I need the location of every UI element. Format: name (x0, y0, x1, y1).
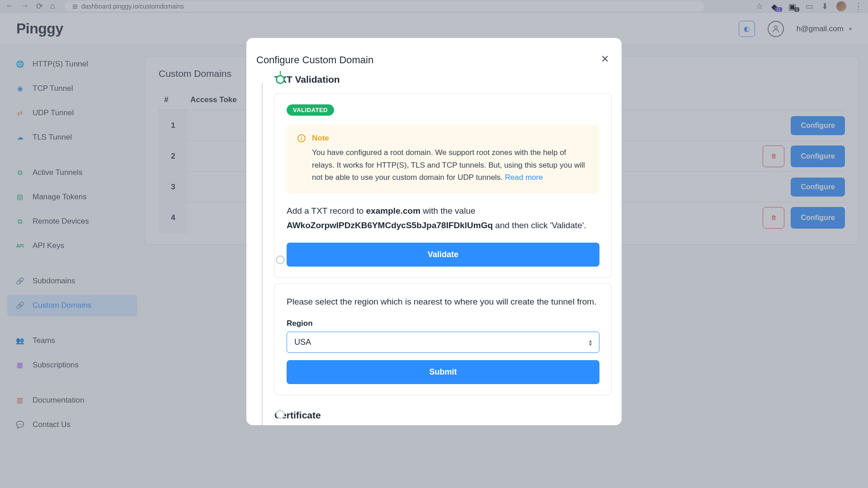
note-box: i Note You have configured a root domain… (287, 125, 599, 194)
step-3-title: Certificate (274, 410, 612, 425)
note-text: You have configured a root domain. We su… (312, 148, 585, 182)
modal-title: Configure Custom Domain (256, 54, 612, 66)
timeline-line (262, 83, 263, 425)
txt-value: AWkoZorpwIPDzKB6YMCdycS5bJpa78IFDklUmGq (287, 221, 493, 230)
modal-overlay[interactable]: Configure Custom Domain ✕ TXT Validation… (0, 0, 868, 488)
read-more-link[interactable]: Read more (505, 173, 543, 182)
note-body: You have configured a root domain. We su… (297, 146, 589, 184)
step-1-title: TXT Validation (274, 74, 612, 85)
validated-badge: VALIDATED (287, 104, 334, 116)
region-value: USA (294, 338, 311, 347)
close-icon: ✕ (601, 53, 609, 65)
info-icon: i (297, 134, 306, 142)
configure-domain-modal: Configure Custom Domain ✕ TXT Validation… (246, 38, 622, 425)
submit-button[interactable]: Submit (287, 360, 599, 384)
step-1-indicator (276, 75, 285, 84)
txt-domain: example.com (366, 206, 420, 216)
region-card: Please select the region which is neares… (274, 283, 612, 395)
txt-validation-card: VALIDATED i Note You have configured a r… (274, 93, 612, 278)
region-intro: Please select the region which is neares… (287, 295, 599, 309)
select-chevron-icon: ▴▾ (589, 339, 592, 346)
txt-instruction: Add a TXT record to example.com with the… (287, 204, 599, 233)
note-title: Note (312, 134, 329, 143)
region-label: Region (287, 319, 599, 328)
validate-button[interactable]: Validate (287, 243, 599, 267)
region-select[interactable]: USA ▴▾ (287, 332, 599, 353)
close-button[interactable]: ✕ (601, 53, 609, 65)
